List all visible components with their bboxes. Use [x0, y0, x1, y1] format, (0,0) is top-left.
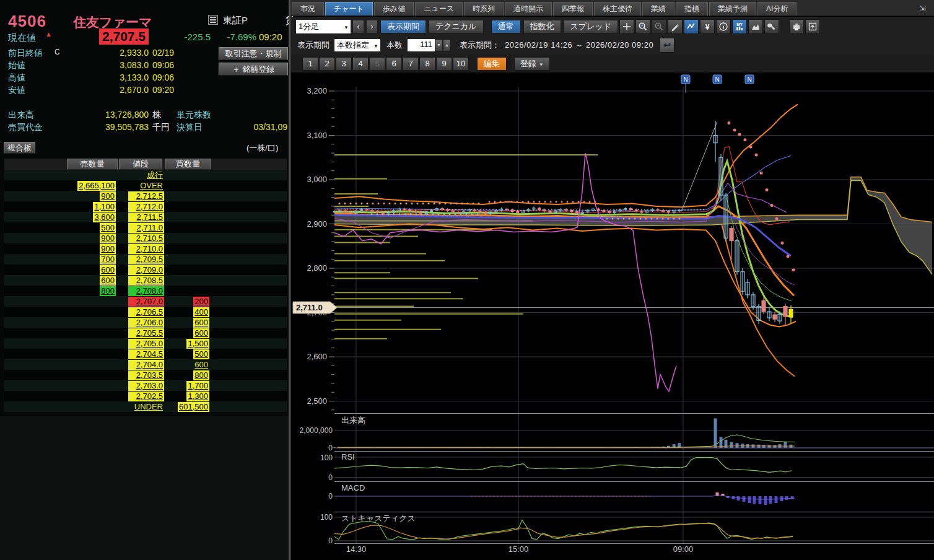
board-price[interactable]: 2,710.0 [128, 244, 164, 254]
preset-button-8[interactable]: 8 [419, 57, 435, 71]
sell-quantity[interactable]: 500 [100, 223, 116, 233]
order-book-row[interactable]: 6002,708.5 [4, 275, 287, 286]
sell-quantity[interactable]: 700 [100, 255, 116, 265]
timeframe-select[interactable]: 1分足▼ [296, 20, 351, 33]
sell-quantity[interactable]: 3,600 [93, 212, 116, 222]
preset-button-2[interactable]: 2 [319, 57, 335, 71]
tab-ニュース[interactable]: ニュース [415, 2, 463, 15]
tab-株主優待[interactable]: 株主優待 [594, 2, 641, 15]
next-button[interactable]: › [366, 20, 378, 33]
tab-時系列[interactable]: 時系列 [464, 2, 504, 15]
board-price[interactable]: 2,704.5 [128, 349, 164, 359]
preset-button-7[interactable]: 7 [403, 57, 419, 71]
toolbar-button-通常[interactable]: 通常 [491, 20, 521, 33]
board-price[interactable]: 2,702.5 [128, 392, 164, 401]
register-symbol-button[interactable]: ＋ 銘柄登録 [219, 63, 288, 76]
board-price[interactable]: 2,712.5 [128, 191, 164, 201]
my-chart-icon[interactable]: MY [732, 19, 747, 34]
count-up-button[interactable]: ▲ [443, 39, 451, 51]
order-book-row[interactable]: UNDER601,500 [4, 401, 287, 412]
prev-button[interactable]: ‹ [352, 20, 364, 33]
sell-quantity[interactable]: 1,100 [93, 202, 116, 212]
preset-button-9[interactable]: 9 [436, 57, 452, 71]
board-price[interactable]: 2,704.0 [128, 360, 164, 370]
preset-button-10[interactable]: 10 [453, 57, 469, 71]
board-price[interactable]: 2,703.5 [128, 370, 164, 380]
buy-quantity[interactable]: 600 [193, 318, 209, 328]
order-book-row[interactable]: 2,704.5500 [4, 349, 287, 359]
order-book-row[interactable]: 8002,708.0 [4, 286, 287, 296]
preset-button-6[interactable]: 6 [386, 57, 402, 71]
board-price[interactable]: 成行 [128, 170, 164, 180]
preset-button-4[interactable]: 4 [352, 57, 369, 71]
board-price[interactable]: 2,706.0 [128, 318, 164, 328]
order-book-row[interactable]: 2,706.0600 [4, 317, 287, 328]
board-price[interactable]: 2,703.0 [128, 381, 164, 391]
sell-quantity[interactable]: 2,665,100 [77, 181, 116, 191]
toolbar-button-表示期間[interactable]: 表示期間 [380, 20, 426, 33]
preset-button-5[interactable]: 5 [369, 57, 385, 71]
board-price[interactable]: 2,712.0 [128, 202, 164, 212]
order-book-row[interactable]: 2,707.0200 [4, 296, 287, 307]
buy-quantity[interactable]: 200 [193, 297, 209, 307]
tab-四季報[interactable]: 四季報 [553, 2, 593, 15]
buy-quantity[interactable]: 601,500 [178, 402, 209, 412]
order-book-row[interactable]: 9002,712.5 [4, 191, 287, 201]
edit-button[interactable]: 編集 [477, 57, 507, 71]
buy-quantity[interactable]: 1,700 [186, 381, 209, 391]
order-book-row[interactable]: 3,6002,711.5 [4, 212, 287, 222]
board-price[interactable]: 2,709.0 [128, 265, 164, 275]
buy-quantity[interactable]: 500 [193, 349, 209, 359]
order-book-row[interactable]: 9002,710.5 [4, 233, 287, 243]
bar-count-input[interactable]: 111 [408, 39, 435, 51]
zoom-out-icon[interactable] [652, 19, 666, 34]
buy-quantity[interactable]: 600 [193, 360, 209, 370]
yen-icon[interactable]: ¥ [700, 19, 715, 34]
board-price[interactable]: OVER [128, 181, 164, 191]
toolbar-button-指数化[interactable]: 指数化 [523, 20, 561, 33]
toolbar-button-スプレッド[interactable]: スプレッド [564, 20, 619, 33]
sell-quantity[interactable]: 600 [100, 265, 116, 275]
sell-quantity[interactable]: 900 [100, 234, 116, 243]
preset-button-3[interactable]: 3 [336, 57, 352, 71]
info-icon[interactable]: i [716, 19, 731, 34]
preset-button-1[interactable]: 1 [302, 57, 318, 71]
crosshair-icon[interactable] [619, 19, 634, 34]
tab-指標[interactable]: 指標 [676, 2, 708, 15]
wrench-icon[interactable] [764, 19, 779, 34]
tab-業績[interactable]: 業績 [642, 2, 674, 15]
count-down-button[interactable]: ▼ [435, 39, 443, 51]
sell-quantity[interactable]: 600 [100, 276, 116, 286]
zoom-in-icon[interactable] [635, 19, 650, 34]
sell-quantity[interactable]: 800 [100, 286, 116, 296]
tab-業績予測[interactable]: 業績予測 [709, 2, 756, 15]
board-price[interactable]: 2,705.5 [128, 328, 164, 338]
buy-quantity[interactable]: 600 [193, 328, 209, 338]
board-price[interactable]: 2,707.0 [128, 297, 164, 307]
board-price[interactable]: 2,711.0 [128, 223, 164, 233]
composite-board-button[interactable]: 複合板 [4, 142, 35, 154]
board-price[interactable]: 2,708.0 [128, 286, 164, 296]
order-book-row[interactable]: 成行 [4, 170, 287, 180]
order-book-row[interactable]: 2,703.5800 [4, 370, 287, 380]
buy-quantity[interactable]: 800 [193, 370, 209, 380]
order-book-row[interactable]: 2,705.01,500 [4, 338, 287, 349]
toolbar-button-テクニカル[interactable]: テクニカル [429, 20, 484, 33]
order-book-row[interactable]: 6002,709.0 [4, 265, 287, 275]
order-book-row[interactable]: 9002,710.0 [4, 243, 287, 254]
board-price[interactable]: 2,711.5 [128, 212, 164, 222]
board-price[interactable]: UNDER [128, 402, 164, 412]
order-book-row[interactable]: 2,665,100OVER [4, 180, 287, 191]
board-price[interactable]: 2,709.5 [128, 255, 164, 265]
sell-quantity[interactable]: 900 [100, 191, 116, 201]
area-chart-icon[interactable] [748, 19, 763, 34]
tab-チャート[interactable]: チャート [325, 2, 373, 15]
pencil-icon[interactable] [668, 19, 683, 34]
buy-quantity[interactable]: 1,500 [186, 339, 209, 349]
order-book-row[interactable]: 2,705.5600 [4, 328, 287, 338]
board-price[interactable]: 2,706.5 [128, 307, 164, 317]
order-book-row[interactable]: 2,704.0600 [4, 359, 287, 370]
order-book-row[interactable]: 2,706.5400 [4, 307, 287, 317]
board-price[interactable]: 2,705.0 [128, 339, 164, 349]
count-mode-select[interactable]: 本数指定▼ [334, 39, 380, 51]
